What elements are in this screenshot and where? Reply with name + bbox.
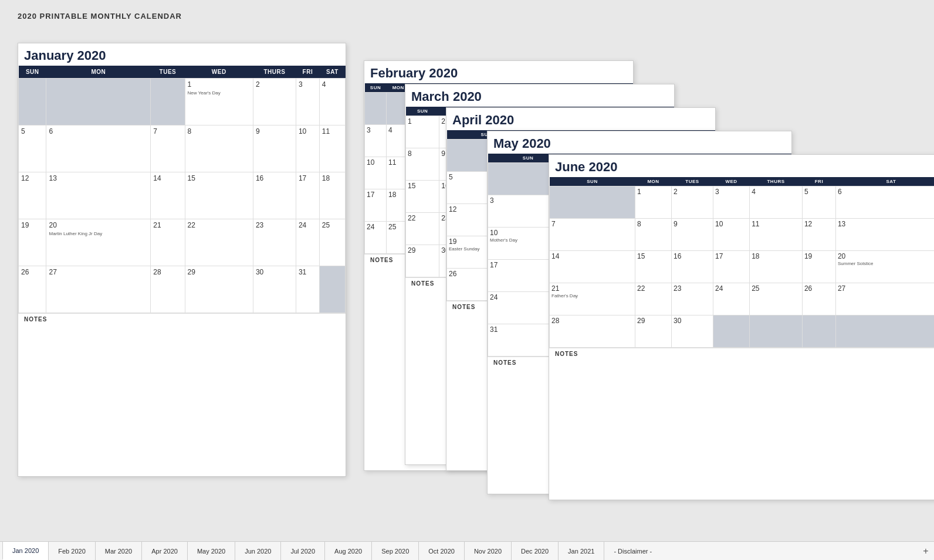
table-row: 28 29 30 (550, 315, 935, 348)
jun-day-6: 6 (835, 186, 934, 219)
tab-jan-2020[interactable]: Jan 2020 (2, 542, 49, 560)
jan-day-11: 11 (319, 125, 345, 172)
tab-jun-2020[interactable]: Jun 2020 (235, 542, 281, 560)
jun-day-27: 27 (835, 283, 934, 315)
jun-empty (713, 315, 750, 348)
jun-day-10: 10 (713, 219, 750, 251)
jun-day-8: 8 (635, 219, 671, 251)
tab-feb-2020[interactable]: Feb 2020 (48, 542, 95, 560)
jan-header-thu: THURS (253, 66, 296, 79)
jun-day-9: 9 (672, 219, 713, 251)
jan-day-22: 22 (185, 219, 253, 266)
jan-day-7: 7 (151, 125, 185, 172)
jan-empty (151, 79, 185, 125)
jan-day-12: 12 (19, 172, 46, 219)
jun-day-17: 17 (713, 251, 750, 283)
jun-empty (550, 186, 635, 219)
jan-day-24: 24 (296, 219, 319, 266)
jun-day-18: 18 (750, 251, 803, 283)
jun-day-7: 7 (550, 219, 635, 251)
may-title: May 2020 (488, 131, 791, 154)
jun-day-24: 24 (713, 283, 750, 315)
jan-header-mon: MON (46, 66, 151, 79)
jun-empty (835, 315, 934, 348)
jan-day-3: 3 (296, 79, 319, 125)
jun-header-tue: TUES (672, 177, 713, 186)
table-row: 7 8 9 10 11 12 13 (550, 219, 935, 251)
table-row: 19 20Martin Luther King Jr Day 21 22 23 … (19, 219, 346, 266)
jan-header-sat: SAT (319, 66, 345, 79)
tab-nov-2020[interactable]: Nov 2020 (464, 542, 512, 560)
jan-day-2: 2 (253, 79, 296, 125)
calendars-wrapper: January 2020 SUN MON TUES WED THURS FRI … (18, 25, 916, 530)
feb-day-17: 17 (365, 189, 387, 222)
jan-day-9: 9 (253, 125, 296, 172)
jan-day-13: 13 (46, 172, 151, 219)
jun-day-30: 30 (672, 315, 713, 348)
mar-day-1: 1 (406, 116, 439, 148)
jun-header-sat: SAT (835, 177, 934, 186)
app-container: 2020 PRINTABLE MONTHLY CALENDAR January … (0, 0, 934, 560)
jun-day-22: 22 (635, 283, 671, 315)
jan-day-20: 20Martin Luther King Jr Day (46, 219, 151, 266)
jun-day-19: 19 (802, 251, 835, 283)
table-row: 26 27 28 29 30 31 (19, 266, 346, 313)
jan-day-19: 19 (19, 219, 46, 266)
jun-header-wed: WED (713, 177, 750, 186)
jan-day-30: 30 (253, 266, 296, 313)
jan-empty (19, 79, 46, 125)
jan-day-17: 17 (296, 172, 319, 219)
tab-dec-2020[interactable]: Dec 2020 (511, 542, 559, 560)
mar-day-8: 8 (406, 148, 439, 181)
jan-header-sun: SUN (19, 66, 46, 79)
tab-oct-2020[interactable]: Oct 2020 (418, 542, 465, 560)
jun-day-16: 16 (672, 251, 713, 283)
calendar-june: June 2020 SUN MON TUES WED THURS FRI SAT (549, 154, 934, 500)
jan-day-18: 18 (319, 172, 345, 219)
jan-day-16: 16 (253, 172, 296, 219)
table-row: 12 13 14 15 16 17 18 (19, 172, 346, 219)
jan-day-26: 26 (19, 266, 46, 313)
jun-day-4: 4 (750, 186, 803, 219)
jan-day-4: 4 (319, 79, 345, 125)
tab-add-button[interactable]: + (918, 542, 934, 560)
page-title: 2020 PRINTABLE MONTHLY CALENDAR (18, 12, 916, 21)
tab-jul-2020[interactable]: Jul 2020 (280, 542, 325, 560)
jun-day-11: 11 (750, 219, 803, 251)
jan-day-23: 23 (253, 219, 296, 266)
feb-title: February 2020 (364, 61, 633, 83)
table-row: 5 6 7 8 9 10 11 (19, 125, 346, 172)
calendar-january: January 2020 SUN MON TUES WED THURS FRI … (18, 43, 346, 477)
jun-day-1: 1 (635, 186, 671, 219)
jun-grid: SUN MON TUES WED THURS FRI SAT 1 (549, 177, 934, 348)
tab-aug-2020[interactable]: Aug 2020 (324, 542, 372, 560)
jun-header-mon: MON (635, 177, 671, 186)
jan-title: January 2020 (18, 43, 346, 66)
jun-empty (802, 315, 835, 348)
jan-day-25: 25 (319, 219, 345, 266)
jun-day-14: 14 (550, 251, 635, 283)
jun-day-3: 3 (713, 186, 750, 219)
jan-header-tue: TUES (151, 66, 185, 79)
tab-mar-2020[interactable]: Mar 2020 (95, 542, 142, 560)
jun-day-25: 25 (750, 283, 803, 315)
table-row: 1New Year's Day 2 3 4 (19, 79, 346, 125)
mar-day-15: 15 (406, 181, 439, 213)
tab-may-2020[interactable]: May 2020 (187, 542, 235, 560)
tab-jan-2021[interactable]: Jan 2021 (558, 542, 604, 560)
feb-day-10: 10 (365, 157, 387, 189)
tab-sep-2020[interactable]: Sep 2020 (371, 542, 419, 560)
tab-disclaimer[interactable]: - Disclaimer - (604, 542, 662, 560)
jan-day-10: 10 (296, 125, 319, 172)
jan-day-1: 1New Year's Day (185, 79, 253, 125)
tab-apr-2020[interactable]: Apr 2020 (141, 542, 188, 560)
jun-day-28: 28 (550, 315, 635, 348)
jan-day-5: 5 (19, 125, 46, 172)
jan-empty (319, 266, 345, 313)
jan-day-28: 28 (151, 266, 185, 313)
mar-header-sun: SUN (406, 107, 439, 116)
feb-header-sun: SUN (365, 83, 387, 93)
jan-grid: SUN MON TUES WED THURS FRI SAT (18, 66, 346, 313)
jun-header-thu: THURS (750, 177, 803, 186)
feb-day-24: 24 (365, 222, 387, 254)
